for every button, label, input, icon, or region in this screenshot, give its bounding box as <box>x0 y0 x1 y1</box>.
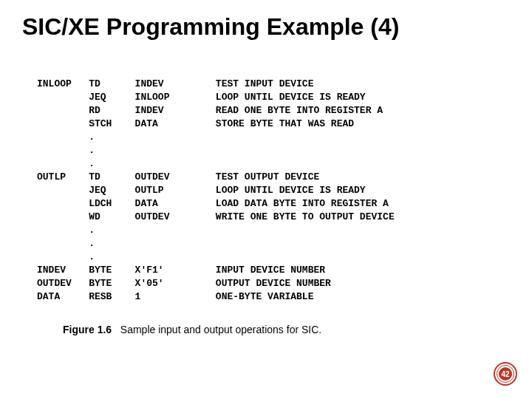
slide-title: SIC/XE Programming Example (4) <box>22 13 510 41</box>
code-listing: INLOOP TD INDEV TEST INPUT DEVICE JEQ IN… <box>37 78 495 304</box>
figure-caption-label: Figure 1.6 <box>63 324 112 335</box>
code-line: INLOOP TD INDEV TEST INPUT DEVICE <box>37 78 495 91</box>
page-number: 42 <box>499 367 512 381</box>
code-line: . <box>37 131 495 144</box>
code-line: . <box>37 144 495 157</box>
code-line: . <box>37 250 495 264</box>
figure-caption-text: Sample input and output operations for S… <box>120 324 321 335</box>
code-line: . <box>37 157 495 171</box>
code-line: JEQ INLOOP LOOP UNTIL DEVICE IS READY <box>37 91 495 104</box>
code-line: INDEV BYTE X'F1' INPUT DEVICE NUMBER <box>37 264 495 277</box>
code-line: STCH DATA STORE BYTE THAT WAS READ <box>37 117 495 131</box>
code-line: WD OUTDEV WRITE ONE BYTE TO OUTPUT DEVIC… <box>37 211 495 224</box>
code-line: DATA RESB 1 ONE-BYTE VARIABLE <box>37 290 495 304</box>
code-line: JEQ OUTLP LOOP UNTIL DEVICE IS READY <box>37 184 495 197</box>
code-line: RD INDEV READ ONE BYTE INTO REGISTER A <box>37 104 495 117</box>
code-line: LDCH DATA LOAD DATA BYTE INTO REGISTER A <box>37 197 495 211</box>
code-line: OUTDEV BYTE X'05' OUTPUT DEVICE NUMBER <box>37 277 495 290</box>
page-number-badge: 42 <box>494 362 517 386</box>
slide: SIC/XE Programming Example (4) INLOOP TD… <box>0 0 532 399</box>
figure-caption: Figure 1.6 Sample input and output opera… <box>63 324 321 335</box>
code-line: . <box>37 237 495 250</box>
code-line: . <box>37 224 495 237</box>
code-line: OUTLP TD OUTDEV TEST OUTPUT DEVICE <box>37 171 495 184</box>
